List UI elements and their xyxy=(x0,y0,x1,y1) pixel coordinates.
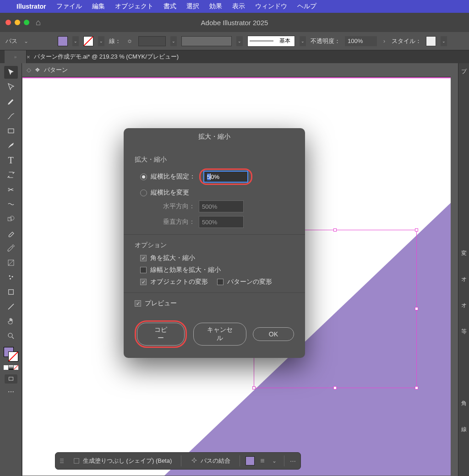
vertical-scrollbar[interactable] xyxy=(451,63,458,476)
slice-tool[interactable] xyxy=(4,300,18,313)
stroke-weight-stepper[interactable]: ≎ xyxy=(125,38,134,44)
handle-bl[interactable] xyxy=(252,386,256,389)
contextual-task-bar[interactable]: 生成塗りつぶし (シェイプ) (Beta) パスの結合 ≡ ⌄ ⋯ xyxy=(55,452,301,470)
hand-tool[interactable] xyxy=(4,315,18,328)
stroke-swatch[interactable] xyxy=(83,36,93,46)
menu-effect[interactable]: 効果 xyxy=(209,2,222,11)
stroke-weight-input[interactable] xyxy=(138,36,166,46)
graphic-style-swatch[interactable] xyxy=(426,36,436,46)
handle-tr[interactable] xyxy=(415,228,418,232)
app-name[interactable]: Illustrator xyxy=(16,3,46,10)
scale-strokes-checkbox[interactable] xyxy=(140,267,147,273)
fill-swatch[interactable] xyxy=(58,36,68,46)
paintbrush-tool[interactable] xyxy=(4,139,18,152)
pen-tool[interactable] xyxy=(4,95,18,108)
panel-tab-2[interactable]: オ xyxy=(461,276,467,283)
menu-edit[interactable]: 編集 xyxy=(92,2,105,11)
document-tab[interactable]: パターン作成デモ.ai* @ 219.23 % (CMYK/プレビュー) xyxy=(34,53,179,61)
curvature-tool[interactable] xyxy=(4,110,18,123)
drag-handle-icon[interactable] xyxy=(60,459,64,463)
scissors-tool[interactable]: ✂ xyxy=(4,183,18,196)
rotate-tool[interactable] xyxy=(4,168,18,181)
direct-selection-tool[interactable] xyxy=(4,81,18,93)
menu-file[interactable]: ファイル xyxy=(56,2,82,11)
panel-tab-5[interactable]: 角 xyxy=(461,400,467,407)
vertical-input[interactable]: 500% xyxy=(199,216,244,228)
style-dropdown-icon[interactable]: ⌄ xyxy=(441,36,447,46)
shape-builder-tool[interactable] xyxy=(4,212,18,225)
type-tool[interactable]: T xyxy=(4,154,18,167)
home-icon[interactable]: ⌂ xyxy=(36,18,41,27)
color-mode-icons[interactable] xyxy=(4,365,18,370)
fill-stroke-indicator[interactable] xyxy=(4,347,18,362)
profile-dropdown-icon[interactable]: ⌄ xyxy=(236,36,243,46)
ok-button[interactable]: OK xyxy=(253,327,294,341)
edit-toolbar-icon[interactable]: ⋯ xyxy=(4,385,18,398)
brush-definition[interactable]: 基本 xyxy=(275,36,294,46)
eyedropper-tool[interactable] xyxy=(4,242,18,254)
transform-objects-checkbox[interactable] xyxy=(140,279,147,285)
horizontal-input[interactable]: 500% xyxy=(199,200,244,212)
rectangle-tool[interactable] xyxy=(4,124,18,137)
context-menu-icon[interactable]: ≡ xyxy=(260,457,264,465)
width-tool[interactable] xyxy=(4,198,18,211)
brush-dropdown-icon[interactable]: ⌄ xyxy=(300,36,306,46)
context-chevron-icon[interactable]: ⌄ xyxy=(270,458,278,464)
stroke-color-icon[interactable] xyxy=(8,352,18,362)
panel-tab-3[interactable]: オ xyxy=(461,302,467,309)
context-fill-swatch[interactable] xyxy=(245,456,255,465)
uniform-scale-input[interactable]: 50% xyxy=(203,171,248,183)
opacity-input[interactable]: 100% xyxy=(345,36,377,46)
macos-menubar: Illustrator ファイル 編集 オブジェクト 書式 選択 効果 表示 ウ… xyxy=(0,0,469,13)
opacity-chevron-icon[interactable]: › xyxy=(382,38,387,44)
svg-rect-10 xyxy=(74,459,79,464)
separator xyxy=(284,455,284,466)
artboard-tool[interactable] xyxy=(4,286,18,298)
menu-type[interactable]: 書式 xyxy=(164,2,176,11)
menu-select[interactable]: 選択 xyxy=(186,2,199,11)
back-icon[interactable]: ◇ xyxy=(27,66,31,73)
stroke-weight-dropdown-icon[interactable]: ⌄ xyxy=(170,36,177,46)
zoom-window-icon[interactable] xyxy=(24,20,29,25)
symbol-sprayer-tool[interactable] xyxy=(4,271,18,284)
close-window-icon[interactable] xyxy=(5,20,11,25)
nonuniform-radio[interactable] xyxy=(140,189,147,196)
chevron-down-icon[interactable]: ⌄ xyxy=(22,38,30,44)
menu-object[interactable]: オブジェクト xyxy=(115,2,153,11)
zoom-tool[interactable] xyxy=(4,330,18,342)
panel-tab-1[interactable]: 変 xyxy=(461,249,467,257)
menu-window[interactable]: ウィンドウ xyxy=(255,2,287,11)
pattern-label: パターン xyxy=(44,66,68,74)
variable-width-profile[interactable] xyxy=(181,36,232,46)
stroke-label: 線： xyxy=(109,37,121,45)
handle-tm[interactable] xyxy=(333,228,337,232)
scale-corners-checkbox[interactable] xyxy=(140,255,147,261)
menu-help[interactable]: ヘルプ xyxy=(297,2,316,11)
cancel-button[interactable]: キャンセル xyxy=(193,323,246,346)
close-tab-icon[interactable]: × xyxy=(27,54,30,60)
preview-checkbox[interactable] xyxy=(135,300,141,307)
gradient-tool[interactable] xyxy=(4,256,18,269)
handle-bm[interactable] xyxy=(333,386,337,389)
fill-dropdown-icon[interactable]: ⌄ xyxy=(72,36,79,46)
selection-tool[interactable] xyxy=(4,66,18,79)
vertical-label: 垂直方向： xyxy=(162,218,195,226)
panel-tab-6[interactable]: 線 xyxy=(461,426,467,433)
generative-fill-button[interactable]: 生成塗りつぶし (シェイプ) (Beta) xyxy=(69,455,175,467)
uniform-radio[interactable] xyxy=(140,173,147,180)
options-section-label: オプション xyxy=(135,241,294,249)
copy-button[interactable]: コピー xyxy=(137,323,185,346)
combine-paths-button[interactable]: パスの結合 xyxy=(187,455,234,467)
screen-mode-icon[interactable] xyxy=(5,374,17,384)
minimize-window-icon[interactable] xyxy=(15,20,20,25)
menu-view[interactable]: 表示 xyxy=(232,2,245,11)
tab-chevron-icon[interactable]: » xyxy=(14,54,17,60)
panel-tab-0[interactable]: プ xyxy=(461,68,467,76)
handle-br[interactable] xyxy=(415,386,418,389)
context-more-icon[interactable]: ⋯ xyxy=(290,458,296,465)
stroke-dropdown-icon[interactable]: ⌄ xyxy=(98,36,104,46)
transform-patterns-checkbox[interactable] xyxy=(217,279,224,285)
handle-mr[interactable] xyxy=(415,307,418,310)
panel-tab-4[interactable]: 等 xyxy=(461,328,467,335)
eraser-tool[interactable] xyxy=(4,227,18,240)
